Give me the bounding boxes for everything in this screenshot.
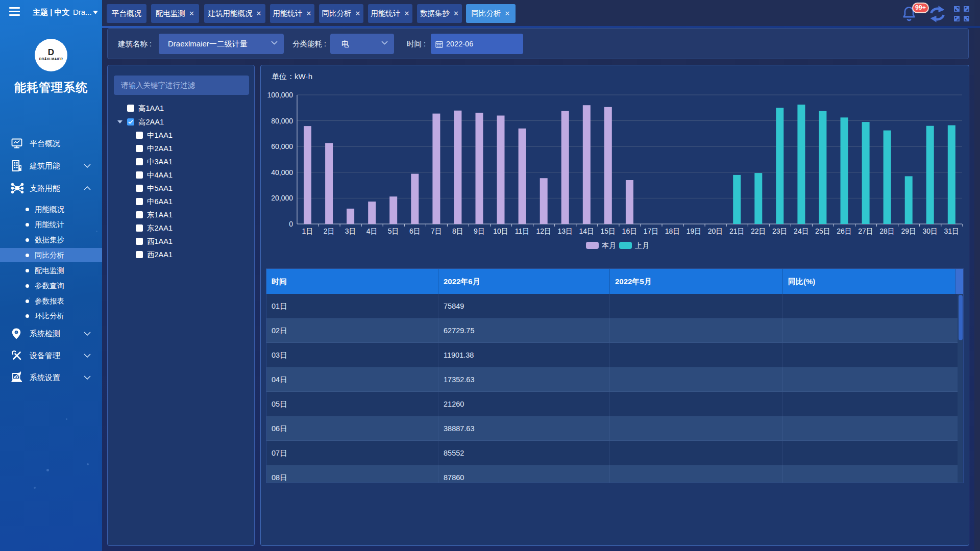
svg-text:本月: 本月 bbox=[601, 241, 616, 249]
svg-text:1日: 1日 bbox=[302, 227, 313, 235]
svg-text:23日: 23日 bbox=[772, 227, 788, 235]
svg-text:7日: 7日 bbox=[431, 227, 442, 235]
svg-text:19日: 19日 bbox=[687, 227, 702, 235]
svg-text:12日: 12日 bbox=[536, 227, 551, 235]
svg-text:15日: 15日 bbox=[601, 227, 616, 235]
svg-text:14日: 14日 bbox=[579, 227, 595, 235]
svg-text:30日: 30日 bbox=[922, 227, 938, 235]
svg-text:24日: 24日 bbox=[794, 227, 809, 235]
svg-text:4日: 4日 bbox=[366, 227, 378, 235]
svg-text:80,000: 80,000 bbox=[271, 117, 293, 125]
svg-text:100,000: 100,000 bbox=[267, 91, 293, 99]
svg-text:40,000: 40,000 bbox=[271, 168, 293, 177]
svg-text:21日: 21日 bbox=[729, 227, 745, 235]
svg-text:6日: 6日 bbox=[409, 227, 421, 235]
svg-text:11日: 11日 bbox=[515, 227, 530, 235]
svg-text:22日: 22日 bbox=[751, 227, 766, 235]
svg-text:13日: 13日 bbox=[557, 227, 573, 235]
svg-text:5日: 5日 bbox=[388, 227, 399, 235]
svg-text:10日: 10日 bbox=[493, 227, 508, 235]
svg-text:27日: 27日 bbox=[858, 227, 873, 235]
svg-text:上月: 上月 bbox=[635, 241, 649, 249]
svg-text:25日: 25日 bbox=[815, 227, 830, 235]
svg-text:31日: 31日 bbox=[944, 227, 960, 235]
svg-text:8日: 8日 bbox=[452, 227, 463, 235]
svg-text:9日: 9日 bbox=[474, 227, 485, 235]
svg-text:20,000: 20,000 bbox=[271, 194, 293, 202]
svg-text:3日: 3日 bbox=[345, 227, 356, 235]
svg-text:28日: 28日 bbox=[879, 227, 895, 235]
svg-text:26日: 26日 bbox=[837, 227, 852, 235]
svg-text:20日: 20日 bbox=[708, 227, 723, 235]
svg-text:18日: 18日 bbox=[665, 227, 680, 235]
svg-text:29日: 29日 bbox=[901, 227, 916, 235]
svg-text:60,000: 60,000 bbox=[271, 142, 293, 151]
svg-text:0: 0 bbox=[289, 220, 293, 228]
svg-text:2日: 2日 bbox=[324, 227, 335, 235]
svg-text:16日: 16日 bbox=[622, 227, 638, 235]
svg-text:17日: 17日 bbox=[644, 227, 659, 235]
